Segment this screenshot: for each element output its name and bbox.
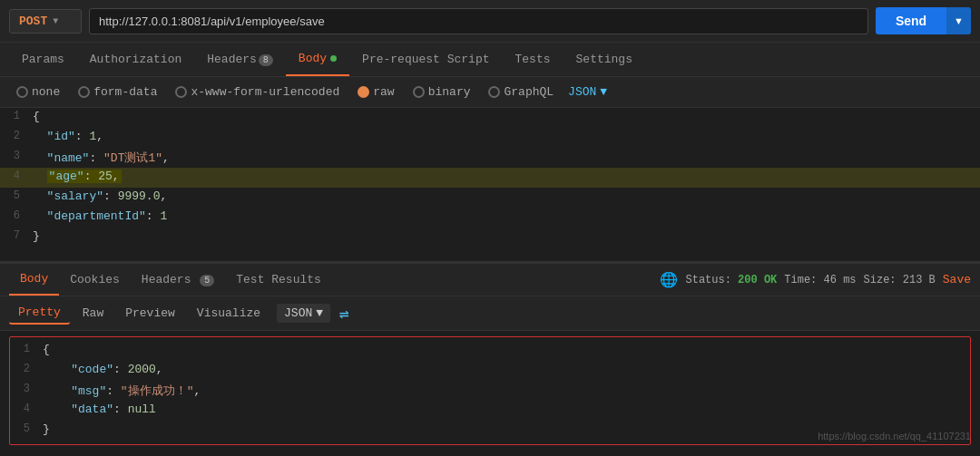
resp-line-4: 4 "data": null — [10, 401, 970, 421]
body-type-form-data[interactable]: form-data — [71, 83, 164, 101]
resp-line-3: 3 "msg": "操作成功！", — [10, 381, 970, 401]
tab-body[interactable]: Body — [286, 43, 349, 76]
top-tab-bar: Params Authorization Headers8 Body Pre-r… — [0, 43, 980, 77]
body-type-graphql[interactable]: GraphQL — [481, 83, 561, 101]
json-format-dropdown[interactable]: JSON ▼ — [568, 85, 607, 99]
url-input[interactable] — [89, 8, 868, 34]
bottom-tab-headers[interactable]: Headers 5 — [131, 265, 225, 295]
resp-tab-preview[interactable]: Preview — [116, 303, 184, 324]
req-line-5: 5 "salary": 9999.0, — [0, 188, 980, 208]
bottom-tab-test-results[interactable]: Test Results — [225, 265, 332, 295]
response-body: 1 { 2 "code": 2000, 3 "msg": "操作成功！", 4 … — [0, 336, 980, 445]
time-label: Time: 46 ms — [784, 274, 856, 286]
watermark: https://blog.csdn.net/qq_41107231 — [818, 431, 971, 441]
response-toolbar: Pretty Raw Preview Visualize JSON ▼ ⇌ — [0, 296, 980, 331]
resp-tab-visualize[interactable]: Visualize — [188, 303, 270, 324]
tab-pre-request-script[interactable]: Pre-request Script — [349, 44, 502, 75]
tab-params[interactable]: Params — [9, 44, 77, 75]
radio-urlencoded-icon — [175, 86, 187, 98]
bottom-tab-bar: Body Cookies Headers 5 Test Results 🌐 St… — [0, 262, 980, 296]
req-line-6: 6 "departmentId": 1 — [0, 208, 980, 228]
bottom-tab-body[interactable]: Body — [9, 264, 59, 296]
tab-settings[interactable]: Settings — [564, 44, 645, 75]
req-line-2: 2 "id": 1, — [0, 128, 980, 148]
body-active-dot — [330, 55, 337, 62]
response-border-box: 1 { 2 "code": 2000, 3 "msg": "操作成功！", 4 … — [9, 336, 971, 445]
bottom-tab-cookies[interactable]: Cookies — [59, 265, 131, 295]
headers-badge: 8 — [259, 54, 273, 66]
req-line-3: 3 "name": "DT测试1", — [0, 148, 980, 168]
send-btn-group: Send ▼ — [876, 7, 971, 34]
send-button[interactable]: Send — [876, 7, 946, 34]
radio-formdata-icon — [78, 86, 90, 98]
radio-binary-icon — [413, 86, 425, 98]
tab-headers[interactable]: Headers8 — [194, 44, 286, 75]
method-arrow-icon: ▼ — [53, 16, 58, 26]
save-response-button[interactable]: Save — [943, 273, 971, 286]
size-label: Size: 213 B — [864, 274, 936, 286]
response-json-dropdown[interactable]: JSON ▼ — [277, 304, 330, 323]
resp-json-arrow-icon: ▼ — [316, 306, 323, 320]
body-type-none[interactable]: none — [9, 83, 67, 101]
json-dropdown-arrow-icon: ▼ — [600, 85, 607, 99]
method-select[interactable]: POST ▼ — [9, 9, 82, 34]
status-bar: 🌐 Status: 200 OK Time: 46 ms Size: 213 B… — [660, 271, 971, 289]
radio-graphql-icon — [488, 86, 500, 98]
status-label: Status: 200 OK — [685, 274, 777, 286]
url-bar: POST ▼ Send ▼ — [0, 0, 980, 43]
body-type-raw[interactable]: raw — [350, 83, 401, 101]
resp-tab-pretty[interactable]: Pretty — [9, 302, 70, 325]
send-dropdown-button[interactable]: ▼ — [946, 7, 971, 34]
globe-icon: 🌐 — [660, 271, 678, 289]
req-line-7: 7 } — [0, 228, 980, 247]
req-line-4: 4 "age": 25, — [0, 168, 980, 188]
resp-line-1: 1 { — [10, 341, 970, 361]
response-headers-badge: 5 — [200, 275, 214, 286]
bottom-panel: Body Cookies Headers 5 Test Results 🌐 St… — [0, 262, 980, 445]
wrap-icon[interactable]: ⇌ — [339, 304, 349, 324]
resp-tab-raw[interactable]: Raw — [74, 303, 113, 324]
tab-tests[interactable]: Tests — [503, 44, 564, 75]
resp-line-2: 2 "code": 2000, — [10, 361, 970, 381]
req-line-1: 1 { — [0, 108, 980, 128]
body-type-bar: none form-data x-www-form-urlencoded raw… — [0, 77, 980, 108]
method-label: POST — [19, 15, 47, 28]
request-body-editor[interactable]: 1 { 2 "id": 1, 3 "name": "DT测试1", 4 "age… — [0, 108, 980, 262]
radio-raw-icon — [358, 86, 369, 98]
body-type-urlencoded[interactable]: x-www-form-urlencoded — [168, 83, 347, 101]
body-type-binary[interactable]: binary — [406, 83, 478, 101]
radio-none-icon — [16, 86, 28, 98]
tab-authorization[interactable]: Authorization — [77, 44, 194, 75]
